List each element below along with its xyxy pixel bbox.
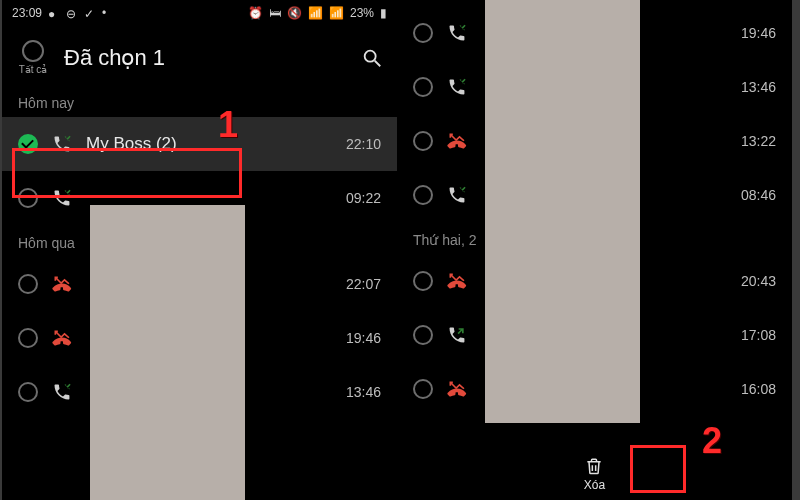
signal-icon: 📶 [329,6,344,20]
row-checkbox[interactable] [413,379,433,399]
call-time: 17:08 [741,327,776,343]
call-time: 08:46 [741,187,776,203]
annotation-box-2 [630,445,686,493]
row-checkbox[interactable] [413,131,433,151]
battery-icon: ▮ [380,6,387,20]
more-icon: • [102,6,106,20]
phone-screenshot-left: 23:09 ● ⊖ ✓ • ⏰ 🛏 🔇 📶 📶 23% ▮ Tất cả Đã [2,0,397,500]
annotation-box-1 [12,148,242,198]
status-time: 23:09 [12,6,42,20]
phone-screenshot-right: 19:46 13:46 13:22 08:46 Thứ hai, 2 20:43 [397,0,792,500]
row-checkbox[interactable] [413,23,433,43]
call-time: 22:07 [346,276,381,292]
row-checkbox[interactable] [413,325,433,345]
call-time: 13:46 [346,384,381,400]
battery-text: 23% [350,6,374,20]
call-time: 20:43 [741,273,776,289]
missed-call-icon [447,271,467,291]
missed-call-icon [52,328,72,348]
incoming-call-icon [52,382,72,402]
row-checkbox[interactable] [18,328,38,348]
alarm-icon: ⏰ [248,6,263,20]
row-checkbox[interactable] [413,77,433,97]
missed-call-icon [447,131,467,151]
delete-button[interactable]: Xóa [574,452,615,496]
outgoing-call-icon [447,325,467,345]
status-bar: 23:09 ● ⊖ ✓ • ⏰ 🛏 🔇 📶 📶 23% ▮ [2,0,397,26]
wifi-icon: 📶 [308,6,323,20]
trash-icon [584,456,604,476]
selection-header: Tất cả Đã chọn 1 [2,26,397,85]
missed-call-icon [52,274,72,294]
call-time: 19:46 [741,25,776,41]
annotation-number-1: 1 [218,104,238,146]
incoming-call-icon [447,77,467,97]
section-today: Hôm nay [2,85,397,117]
select-all-label: Tất cả [19,64,48,75]
call-time: 13:46 [741,79,776,95]
delete-label: Xóa [584,478,605,492]
dnd-icon: 🛏 [269,6,281,20]
call-time: 16:08 [741,381,776,397]
call-time: 13:22 [741,133,776,149]
incoming-call-icon [447,23,467,43]
messenger-icon: ● [48,7,60,19]
call-time: 22:10 [346,136,381,152]
mute-icon: 🔇 [287,6,302,20]
incoming-call-icon [447,185,467,205]
redaction-block [90,205,245,500]
annotation-number-2: 2 [702,420,722,462]
header-title: Đã chọn 1 [64,45,361,71]
row-checkbox[interactable] [413,185,433,205]
missed-call-icon [447,379,467,399]
row-checkbox[interactable] [413,271,433,291]
checkmark-icon: ✓ [84,7,96,19]
call-time: 09:22 [346,190,381,206]
row-checkbox[interactable] [18,274,38,294]
call-time: 19:46 [346,330,381,346]
row-checkbox[interactable] [18,382,38,402]
select-all-checkbox[interactable] [22,40,44,62]
search-icon[interactable] [361,47,383,69]
redaction-block [485,0,640,423]
minus-icon: ⊖ [66,7,78,19]
